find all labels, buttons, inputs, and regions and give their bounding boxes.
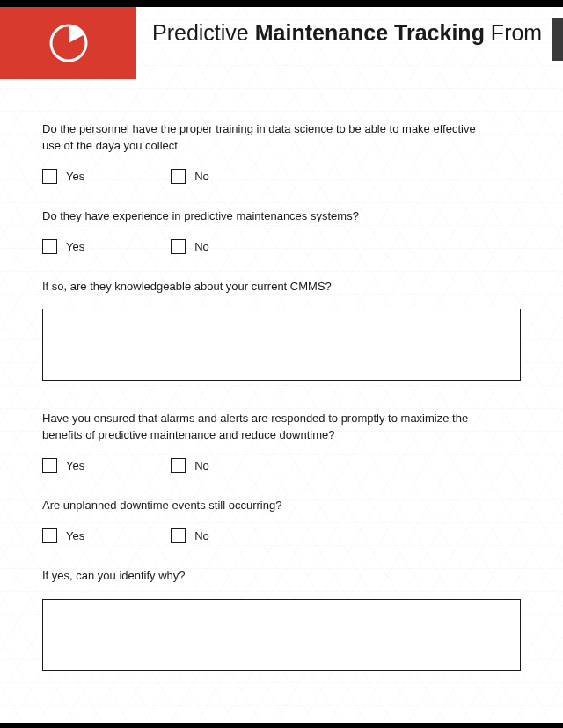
- option-label: Yes: [66, 170, 84, 183]
- option-label: No: [194, 170, 209, 183]
- question-1: Do the personnel have the proper trainin…: [42, 121, 491, 155]
- q4-option-yes[interactable]: Yes: [42, 458, 84, 473]
- side-tab: [552, 18, 563, 61]
- checkbox-icon[interactable]: [42, 458, 57, 473]
- option-label: No: [194, 240, 209, 253]
- title-wrap: Predictive Maintenance Tracking From: [136, 7, 563, 47]
- page-title: Predictive Maintenance Tracking From: [152, 19, 563, 47]
- option-label: No: [194, 459, 209, 472]
- question-1-options: Yes No: [42, 169, 521, 184]
- checkbox-icon[interactable]: [171, 169, 186, 184]
- question-4: Have you ensured that alarms and alerts …: [42, 411, 491, 444]
- form-content: Do the personnel have the proper trainin…: [0, 79, 563, 671]
- q4-option-no[interactable]: No: [171, 458, 209, 473]
- q2-option-no[interactable]: No: [171, 239, 209, 254]
- checkbox-icon[interactable]: [42, 169, 57, 184]
- logo-box: [0, 7, 136, 79]
- top-border-bar: [0, 0, 563, 7]
- option-label: Yes: [66, 459, 84, 472]
- option-label: Yes: [66, 240, 84, 253]
- question-5-options: Yes No: [42, 528, 521, 543]
- checkbox-icon[interactable]: [171, 458, 186, 473]
- q5-option-yes[interactable]: Yes: [42, 528, 84, 543]
- q1-option-yes[interactable]: Yes: [42, 169, 84, 184]
- checkbox-icon[interactable]: [171, 239, 186, 254]
- header: Predictive Maintenance Tracking From: [0, 7, 563, 79]
- q6-textarea[interactable]: [42, 599, 521, 671]
- question-2: Do they have experience in predictive ma…: [42, 208, 491, 225]
- question-5: Are unplanned downtime events still occu…: [42, 498, 491, 514]
- checkbox-icon[interactable]: [42, 528, 57, 543]
- q1-option-no[interactable]: No: [171, 169, 209, 184]
- option-label: Yes: [66, 529, 84, 542]
- question-3: If so, are they knowledgeable about your…: [42, 279, 491, 295]
- question-4-options: Yes No: [42, 458, 521, 473]
- q5-option-no[interactable]: No: [171, 528, 209, 543]
- question-2-options: Yes No: [42, 239, 521, 254]
- q3-textarea[interactable]: [42, 309, 521, 381]
- title-part2: Maintenance Tracking: [255, 20, 485, 45]
- title-part1: Predictive: [152, 20, 255, 45]
- option-label: No: [194, 529, 209, 542]
- q2-option-yes[interactable]: Yes: [42, 239, 84, 254]
- checkbox-icon[interactable]: [171, 528, 186, 543]
- question-6: If yes, can you identify why?: [42, 568, 491, 585]
- title-part3: From: [485, 20, 542, 45]
- checkbox-icon[interactable]: [42, 239, 57, 254]
- bottom-border-bar: [0, 723, 563, 728]
- pie-chart-icon: [48, 23, 89, 63]
